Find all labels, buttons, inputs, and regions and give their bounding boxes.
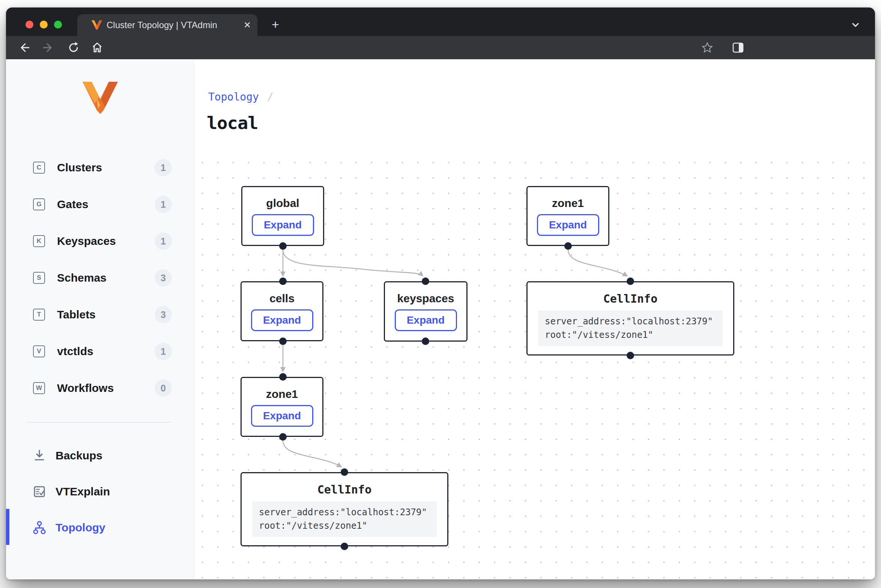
gates-letter-icon: G: [33, 198, 45, 210]
sidebar-item-topology[interactable]: Topology: [6, 510, 194, 546]
expand-button[interactable]: Expand: [252, 214, 314, 236]
count-badge: 1: [155, 196, 172, 213]
sidebar-item-keyspaces[interactable]: K Keyspaces 1: [6, 223, 194, 260]
code-line: root:"/vitess/zone1": [259, 519, 430, 533]
vitess-favicon-icon: [92, 20, 102, 30]
sidebar-item-label: Clusters: [57, 161, 102, 174]
topology-icon: [32, 520, 47, 535]
sidebar-item-workflows[interactable]: W Workflows 0: [6, 370, 194, 406]
tab-close-icon[interactable]: ✕: [242, 20, 253, 31]
port: [279, 242, 287, 250]
node-title: global: [242, 197, 323, 210]
port: [279, 338, 287, 345]
port: [341, 468, 348, 476]
count-badge: 1: [155, 232, 172, 250]
tab-strip: Cluster Topology | VTAdmin ✕ +: [6, 8, 875, 36]
active-nav-indicator: [6, 509, 9, 545]
keyspaces-letter-icon: K: [33, 235, 45, 247]
cellinfo-code: server_address:"localhost:2379" root:"/v…: [252, 501, 437, 537]
sidebar-item-backups[interactable]: Backups: [6, 438, 194, 474]
bookmark-star-icon[interactable]: [701, 36, 714, 59]
topology-page: Topology / local: [194, 59, 875, 579]
back-icon[interactable]: [17, 36, 30, 59]
vtctlds-letter-icon: V: [33, 345, 45, 357]
sidebar-item-gates[interactable]: G Gates 1: [6, 186, 194, 223]
tab-search-chevron-icon[interactable]: [849, 19, 861, 31]
code-line: server_address:"localhost:2379": [545, 315, 716, 328]
port: [279, 373, 287, 381]
node-zone1-cell: zone1 Expand: [241, 377, 323, 437]
sidebar-item-schemas[interactable]: S Schemas 3: [6, 260, 194, 296]
node-title: zone1: [242, 388, 322, 400]
sidebar-item-vtctlds[interactable]: V vtctlds 1: [6, 333, 194, 370]
home-icon[interactable]: [91, 36, 104, 59]
count-badge: 3: [155, 269, 172, 286]
schemas-letter-icon: S: [33, 272, 45, 284]
zoom-window-button[interactable]: [54, 21, 62, 28]
node-cells: cells Expand: [241, 281, 323, 341]
count-badge: 0: [155, 380, 172, 397]
sidebar-item-label: Keyspaces: [57, 235, 116, 248]
node-title: zone1: [528, 197, 608, 210]
node-title: CellInfo: [528, 292, 733, 305]
tab-title: Cluster Topology | VTAdmin: [107, 14, 217, 36]
port: [422, 338, 429, 345]
sidebar-item-label: VTExplain: [56, 485, 110, 498]
sidebar-divider: [27, 422, 171, 423]
cellinfo-code: server_address:"localhost:2379" root:"/v…: [538, 310, 723, 346]
node-title: cells: [242, 292, 322, 305]
browser-window: Cluster Topology | VTAdmin ✕ +: [6, 8, 875, 579]
sidebar-secondary-nav: Backups VTExplain Topology: [6, 438, 194, 546]
code-line: root:"/vitess/zone1": [545, 328, 716, 342]
sidebar-primary-nav: C Clusters 1 G Gates 1 K Keyspaces 1: [6, 149, 194, 406]
minimize-window-button[interactable]: [40, 21, 48, 28]
count-badge: 1: [155, 159, 172, 176]
sidebar-item-label: Tablets: [57, 308, 96, 321]
sidebar-item-label: Schemas: [57, 272, 107, 284]
node-zone1-root: zone1 Expand: [526, 186, 609, 246]
vitess-logo: [83, 82, 118, 114]
workflows-letter-icon: W: [33, 382, 45, 394]
side-panel-icon[interactable]: [732, 36, 744, 59]
expand-button[interactable]: Expand: [395, 309, 457, 331]
sidebar-item-tablets[interactable]: T Tablets 3: [6, 296, 194, 333]
port: [279, 278, 287, 285]
download-icon: [32, 448, 47, 463]
count-badge: 1: [155, 343, 172, 360]
sidebar-item-vtexplain[interactable]: VTExplain: [6, 474, 194, 510]
document-check-icon: [32, 484, 47, 499]
count-badge: 3: [155, 306, 172, 323]
port: [341, 543, 348, 550]
sidebar-item-label: vtctlds: [57, 345, 93, 358]
node-cellinfo-zone1-lower: CellInfo server_address:"localhost:2379"…: [241, 472, 448, 546]
node-title: CellInfo: [242, 483, 447, 496]
node-cellinfo-zone1: CellInfo server_address:"localhost:2379"…: [526, 281, 734, 356]
clusters-letter-icon: C: [33, 162, 45, 174]
sidebar: C Clusters 1 G Gates 1 K Keyspaces 1: [6, 59, 194, 579]
expand-button[interactable]: Expand: [537, 214, 599, 236]
port: [627, 352, 634, 359]
code-line: server_address:"localhost:2379": [259, 506, 430, 519]
app-content: C Clusters 1 G Gates 1 K Keyspaces 1: [6, 59, 875, 579]
port: [279, 433, 287, 441]
close-window-button[interactable]: [26, 21, 33, 28]
node-global: global Expand: [241, 186, 324, 246]
sidebar-item-label: Topology: [56, 521, 105, 534]
screenshot-stage: Cluster Topology | VTAdmin ✕ +: [0, 0, 881, 588]
port: [627, 278, 634, 285]
node-title: keyspaces: [385, 292, 466, 305]
new-tab-button[interactable]: +: [268, 18, 283, 32]
browser-toolbar: localhost:14201/topology/local: [6, 36, 875, 59]
tablets-letter-icon: T: [33, 309, 45, 321]
reload-icon[interactable]: [67, 36, 80, 59]
browser-tab[interactable]: Cluster Topology | VTAdmin ✕: [77, 14, 257, 36]
expand-button[interactable]: Expand: [251, 309, 313, 331]
expand-button[interactable]: Expand: [251, 405, 313, 427]
forward-icon[interactable]: [42, 36, 55, 59]
sidebar-item-label: Gates: [57, 198, 88, 211]
sidebar-item-clusters[interactable]: C Clusters 1: [6, 149, 194, 186]
sidebar-item-label: Workflows: [57, 382, 114, 394]
port: [422, 278, 429, 285]
node-keyspaces: keyspaces Expand: [384, 281, 468, 342]
sidebar-item-label: Backups: [56, 449, 102, 462]
